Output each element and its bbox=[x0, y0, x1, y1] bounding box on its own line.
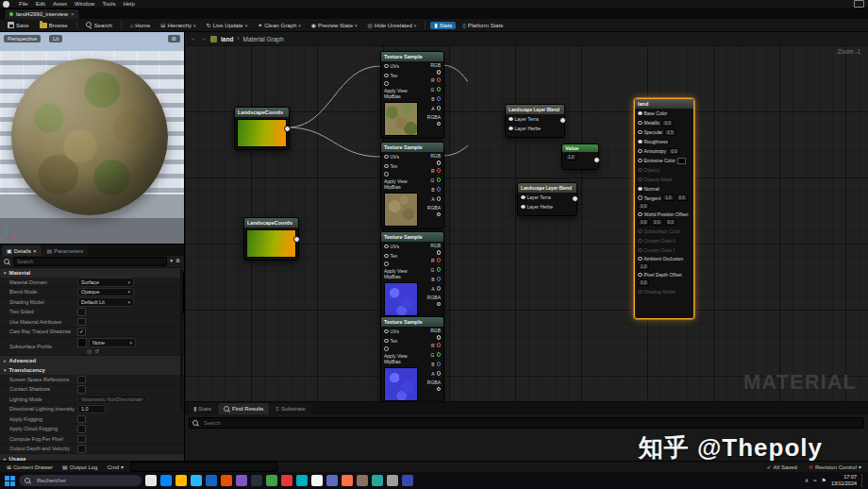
property-checkbox[interactable] bbox=[77, 425, 86, 433]
filter-icon[interactable]: ▾ bbox=[170, 259, 173, 264]
asset-tab[interactable]: land42990_interview × bbox=[4, 8, 80, 19]
output-pin-row[interactable]: B bbox=[424, 275, 443, 284]
menu-item[interactable]: Tools bbox=[98, 1, 119, 7]
forward-icon[interactable]: → bbox=[201, 36, 208, 42]
tab-stats[interactable]: ▮ Stats bbox=[188, 403, 217, 414]
output-pin[interactable] bbox=[437, 106, 442, 110]
input-pin[interactable] bbox=[384, 329, 389, 334]
output-pin-row[interactable]: RGB bbox=[424, 152, 443, 166]
node-texture-sample-4[interactable]: Texture Sample UVsTexApply View MipBias … bbox=[380, 316, 444, 402]
input-pin[interactable] bbox=[384, 74, 389, 78]
taskbar-app-icon[interactable] bbox=[326, 475, 338, 486]
start-button[interactable] bbox=[4, 475, 15, 486]
asset-browse-icon[interactable]: ◎ bbox=[87, 348, 92, 354]
output-pin-row[interactable]: RGB bbox=[424, 327, 443, 341]
input-pin-row[interactable]: Layer Terra bbox=[518, 193, 576, 202]
input-pin[interactable] bbox=[638, 257, 643, 261]
output-pin-row[interactable]: A bbox=[424, 369, 443, 379]
input-pin[interactable] bbox=[638, 177, 643, 182]
asset-dropdown[interactable]: None ▾ bbox=[89, 338, 136, 347]
input-pin-row[interactable]: Tex bbox=[381, 161, 424, 171]
property-value-field[interactable]: 1,0 bbox=[77, 405, 106, 414]
back-icon[interactable]: ← bbox=[191, 36, 197, 42]
property-checkbox[interactable] bbox=[77, 385, 86, 394]
input-pin[interactable] bbox=[638, 290, 643, 295]
output-pin-row[interactable]: G bbox=[424, 350, 443, 360]
node-landscape-coords-2[interactable]: LandscapeCoords bbox=[243, 217, 299, 261]
live-update-button[interactable]: ↻ Live Update ▾ bbox=[203, 22, 252, 29]
output-pin[interactable] bbox=[437, 168, 442, 173]
taskbar-app-icon[interactable] bbox=[191, 475, 202, 486]
input-pin[interactable] bbox=[638, 159, 643, 163]
node-landscape-coords-1[interactable]: LandscapeCoords bbox=[234, 107, 290, 150]
output-pin-row[interactable]: RGBA bbox=[424, 379, 443, 393]
material-input-pin-row[interactable]: Pixel Depth Offset 0,0 bbox=[635, 271, 693, 287]
output-pin[interactable] bbox=[437, 343, 442, 347]
tray-chevron-icon[interactable]: ∧ bbox=[805, 478, 809, 483]
home-button[interactable]: ⌂ Home bbox=[126, 22, 155, 29]
output-pin-row[interactable]: RGB bbox=[424, 61, 443, 76]
material-input-pin-row[interactable]: Base Color bbox=[635, 109, 693, 118]
output-pin-row[interactable]: B bbox=[424, 360, 443, 369]
output-pin-row[interactable]: B bbox=[424, 185, 443, 194]
input-pin[interactable] bbox=[521, 205, 526, 210]
input-pin[interactable] bbox=[509, 117, 513, 122]
details-scrollbar[interactable] bbox=[180, 269, 183, 411]
output-pin-row[interactable]: R bbox=[424, 341, 443, 350]
revision-control-button[interactable]: ⊘ Revision Control ▾ bbox=[806, 464, 864, 470]
input-pin[interactable] bbox=[384, 164, 389, 169]
viewport-options-button[interactable]: ⚙ bbox=[168, 35, 180, 42]
output-pin-row[interactable]: R bbox=[424, 166, 443, 176]
property-checkbox[interactable] bbox=[77, 376, 86, 384]
taskbar-clock[interactable]: 17:07 13/11/2024 bbox=[831, 474, 857, 487]
node-layer-blend-1[interactable]: Landscape Layer Blend Layer TerraLayer H… bbox=[505, 104, 565, 138]
material-input-pin-row[interactable]: Emissive Color bbox=[635, 156, 693, 165]
save-button[interactable]: Save bbox=[4, 21, 33, 29]
output-pin[interactable] bbox=[293, 236, 300, 243]
node-texture-sample-1[interactable]: Texture Sample UVsTexApply View MipBias … bbox=[380, 51, 444, 139]
input-pin-row[interactable]: Apply View MipBias bbox=[381, 171, 424, 191]
output-pin[interactable] bbox=[437, 70, 442, 75]
section-usage[interactable]: ▸ Usage bbox=[0, 454, 184, 461]
node-scalar-value[interactable]: Value 1,0 bbox=[561, 143, 599, 170]
cast-screen-icon[interactable] bbox=[854, 0, 864, 8]
taskbar-search[interactable] bbox=[19, 475, 142, 486]
hide-unrelated-button[interactable]: ◎ Hide Unrelated ▾ bbox=[364, 22, 421, 29]
output-pin[interactable] bbox=[437, 177, 442, 182]
browse-button[interactable]: Browse bbox=[36, 22, 72, 29]
material-input-pin-row[interactable]: Opacity bbox=[635, 165, 693, 175]
hierarchy-button[interactable]: ⊟ Hierarchy ▾ bbox=[157, 22, 199, 29]
console-command-input[interactable] bbox=[130, 462, 277, 472]
node-layer-blend-2[interactable]: Landscape Layer Blend Layer TerraLayer H… bbox=[517, 182, 577, 216]
gear-icon[interactable]: ⚙ bbox=[175, 259, 180, 264]
tab-parameters[interactable]: ▤ Parameters bbox=[42, 245, 89, 256]
input-pin[interactable] bbox=[384, 155, 389, 160]
output-pin-row[interactable]: R bbox=[424, 256, 443, 265]
taskbar-app-icon[interactable] bbox=[311, 475, 323, 486]
stats-button[interactable]: ▮ Stats bbox=[430, 22, 456, 29]
material-input-pin-row[interactable]: Normal bbox=[635, 184, 693, 194]
property-checkbox[interactable] bbox=[77, 328, 86, 336]
output-pin-row[interactable]: RGB bbox=[424, 242, 443, 256]
input-pin-row[interactable]: Apply View MipBias bbox=[381, 346, 424, 365]
output-pin[interactable] bbox=[437, 362, 442, 366]
taskbar-app-icon[interactable] bbox=[402, 475, 413, 486]
taskbar-app-icon[interactable] bbox=[372, 475, 383, 486]
property-dropdown[interactable]: Default Lit ▾ bbox=[77, 297, 134, 307]
output-pin-row[interactable]: A bbox=[424, 284, 443, 294]
input-pin[interactable] bbox=[638, 212, 643, 217]
input-pin-row[interactable]: Layer Terra bbox=[506, 114, 564, 124]
close-icon[interactable]: × bbox=[33, 248, 37, 254]
output-pin-row[interactable]: A bbox=[424, 194, 443, 204]
output-pin-row[interactable]: RGBA bbox=[424, 113, 443, 127]
input-pin-row[interactable]: UVs bbox=[381, 327, 424, 336]
material-input-pin-row[interactable]: Metallic 0,0 bbox=[635, 118, 693, 127]
node-texture-sample-3[interactable]: Texture Sample UVsTexApply View MipBias … bbox=[380, 231, 444, 319]
input-pin-row[interactable]: Tex bbox=[381, 251, 424, 261]
color-swatch[interactable] bbox=[677, 158, 686, 164]
camera-mode-button[interactable]: Perspective bbox=[4, 35, 41, 42]
output-pin[interactable] bbox=[437, 267, 442, 272]
output-pin[interactable] bbox=[437, 187, 442, 192]
output-pin[interactable] bbox=[437, 371, 442, 376]
node-texture-sample-2[interactable]: Texture Sample UVsTexApply View MipBias … bbox=[380, 142, 444, 229]
